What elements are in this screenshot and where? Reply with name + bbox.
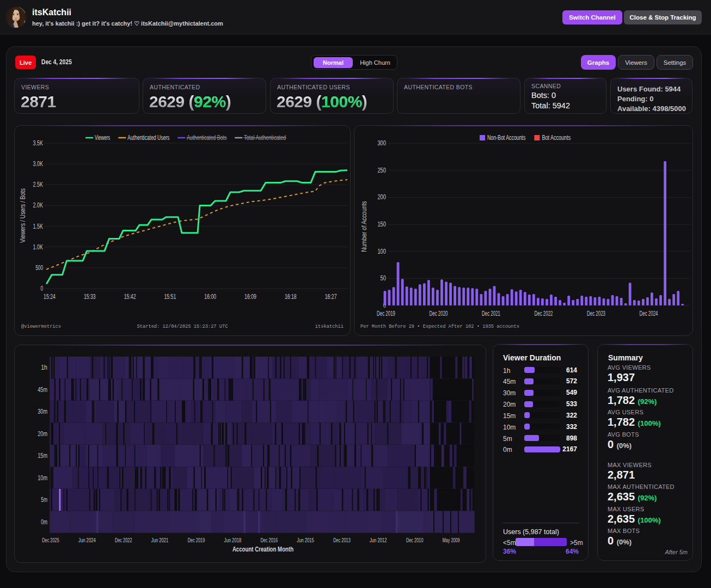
svg-text:Jun 2021: Jun 2021 (151, 537, 169, 543)
svg-text:Dec 2022: Dec 2022 (535, 310, 553, 317)
svg-text:Viewers / Users / Bots: Viewers / Users / Bots (19, 188, 27, 243)
svg-text:3.5K: 3.5K (33, 139, 44, 147)
svg-text:Number of Accounts: Number of Accounts (360, 201, 368, 252)
svg-text:16:09: 16:09 (244, 293, 256, 301)
svg-text:0: 0 (40, 285, 43, 292)
svg-text:Jun 2015: Jun 2015 (297, 537, 314, 543)
svg-text:15:51: 15:51 (164, 293, 176, 301)
svg-text:Viewers: Viewers (95, 134, 110, 142)
svg-text:100: 100 (377, 248, 386, 255)
svg-text:Dec 2021: Dec 2021 (482, 310, 500, 317)
svg-text:Dec 2013: Dec 2013 (333, 537, 351, 543)
svg-text:0m: 0m (41, 518, 47, 526)
svg-text:200: 200 (377, 193, 386, 201)
svg-text:Account Creation Month: Account Creation Month (232, 546, 293, 553)
svg-text:16:00: 16:00 (204, 293, 216, 301)
svg-text:1h: 1h (41, 364, 47, 371)
svg-text:10m: 10m (38, 474, 47, 482)
svg-text:Dec 2019: Dec 2019 (377, 310, 395, 317)
svg-text:15:24: 15:24 (44, 293, 56, 301)
svg-text:Dec 2025: Dec 2025 (42, 537, 59, 543)
svg-text:May 2009: May 2009 (443, 537, 460, 543)
svg-text:Dec 2019: Dec 2019 (188, 537, 205, 543)
svg-text:2.5K: 2.5K (33, 181, 44, 188)
svg-text:Dec 2020: Dec 2020 (430, 310, 448, 317)
svg-text:Dec 2016: Dec 2016 (260, 537, 278, 543)
svg-text:300: 300 (377, 139, 386, 147)
svg-text:20m: 20m (38, 430, 47, 438)
svg-text:50: 50 (381, 274, 386, 282)
svg-text:30m: 30m (38, 408, 47, 415)
svg-text:Bot Accounts: Bot Accounts (542, 134, 571, 142)
svg-text:Dec 2010: Dec 2010 (406, 537, 424, 543)
svg-text:2.0K: 2.0K (33, 201, 44, 209)
svg-text:3.0K: 3.0K (33, 160, 44, 168)
svg-text:1.0K: 1.0K (33, 243, 44, 251)
svg-text:Jun 2012: Jun 2012 (370, 537, 387, 543)
svg-text:45m: 45m (38, 386, 47, 394)
svg-text:1.5K: 1.5K (33, 223, 44, 230)
svg-text:16:27: 16:27 (325, 293, 337, 301)
svg-text:Dec 2023: Dec 2023 (587, 310, 605, 317)
svg-text:Non-Bot Accounts: Non-Bot Accounts (487, 134, 525, 142)
svg-text:Dec 2022: Dec 2022 (115, 537, 132, 543)
svg-text:Jun 2024: Jun 2024 (78, 537, 96, 543)
svg-text:500: 500 (35, 264, 43, 272)
svg-text:Jun 2018: Jun 2018 (224, 537, 242, 543)
svg-text:150: 150 (377, 220, 386, 228)
svg-text:15:42: 15:42 (124, 293, 136, 301)
svg-text:15:33: 15:33 (84, 293, 96, 301)
svg-text:5m: 5m (41, 496, 47, 504)
svg-text:Authenticated Users: Authenticated Users (127, 134, 169, 142)
svg-text:Dec 2024: Dec 2024 (640, 310, 658, 317)
svg-text:16:18: 16:18 (285, 293, 297, 301)
svg-text:15m: 15m (38, 452, 47, 460)
svg-text:250: 250 (377, 167, 386, 174)
